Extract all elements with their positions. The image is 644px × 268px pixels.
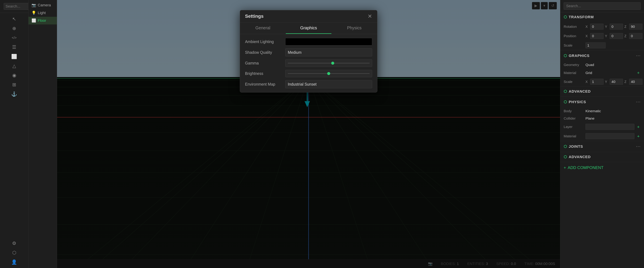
- graphics-icon: ⬡: [564, 54, 567, 58]
- section-graphics-header[interactable]: ⬡ GRAPHICS ⋯: [560, 50, 644, 61]
- section-transform: ⬡ TRANSFORM Rotation X Y Z Position X Y …: [560, 12, 644, 50]
- rotation-label: Rotation: [564, 25, 584, 29]
- section-advanced1-header[interactable]: ⬡ ADVANCED: [560, 87, 644, 96]
- light-tool-btn[interactable]: ◉: [9, 71, 19, 80]
- account-btn[interactable]: 👤: [9, 258, 19, 266]
- joints-more-btn[interactable]: ⋯: [636, 144, 641, 149]
- gamma-fill: [288, 63, 333, 63]
- environment-map-value: None Industrial Sunset Sky Studio: [285, 80, 372, 88]
- material-graphics-row: Material Grid +: [560, 68, 644, 77]
- ambient-lighting-field: Ambient Lighting: [245, 38, 372, 45]
- material-physics-row: Material +: [560, 131, 644, 141]
- gamma-slider-container: [285, 59, 372, 67]
- rotation-y[interactable]: [610, 24, 623, 30]
- position-z[interactable]: [629, 33, 642, 39]
- shadow-quality-label: Shadow Quality: [245, 50, 282, 55]
- add-component-row[interactable]: + ADD COMPONENT: [560, 162, 644, 173]
- section-joints-header[interactable]: ⬡ JOINTS ⋯: [560, 141, 644, 152]
- body-row: Body Kinematic: [560, 107, 644, 115]
- brightness-fill: [288, 73, 329, 74]
- environment-map-select[interactable]: None Industrial Sunset Sky Studio: [285, 80, 372, 88]
- geometry-value: Quad: [586, 63, 641, 67]
- position-x[interactable]: [590, 33, 604, 39]
- terrain-btn[interactable]: △: [9, 61, 19, 70]
- geometry-row: Geometry Quad: [560, 61, 644, 68]
- tab-physics[interactable]: Physics: [332, 22, 377, 34]
- position-y[interactable]: [610, 33, 623, 39]
- scene-panel: 📷 Camera 💡 Light ⬜ Floor: [28, 0, 57, 268]
- section-advanced2-header[interactable]: ⬡ ADVANCED: [560, 152, 644, 162]
- gamma-thumb[interactable]: [331, 62, 334, 65]
- transform-icon: ⬡: [564, 15, 567, 19]
- position-row: Position X Y Z: [560, 31, 644, 41]
- scale-x[interactable]: [590, 79, 604, 85]
- sidebar-icons: ↖ ⊕ </> ☰ ⬜ △ ◉ ⊞ ⚓: [0, 13, 28, 100]
- modal-overlay[interactable]: Settings ✕ General Graphics Physics Ambi…: [57, 0, 560, 268]
- scene-tree: 📷 Camera 💡 Light ⬜ Floor: [28, 0, 57, 26]
- entity-btn[interactable]: ⬜: [9, 52, 19, 61]
- layers-btn[interactable]: ☰: [9, 43, 19, 51]
- tab-general[interactable]: General: [240, 22, 286, 34]
- section-graphics: ⬡ GRAPHICS ⋯ Geometry Quad Material Grid…: [560, 50, 644, 87]
- section-joints-label: JOINTS: [569, 144, 583, 149]
- layer-label: Layer: [564, 125, 584, 129]
- section-transform-label: TRANSFORM: [569, 15, 594, 19]
- section-graphics-label: GRAPHICS: [569, 54, 590, 58]
- layer-add-btn[interactable]: +: [636, 124, 641, 129]
- scale-input[interactable]: [586, 42, 606, 48]
- section-transform-header[interactable]: ⬡ TRANSFORM: [560, 12, 644, 22]
- modal-close-button[interactable]: ✕: [368, 13, 372, 19]
- search-input-right[interactable]: [564, 2, 641, 10]
- material-physics-input[interactable]: [586, 133, 634, 139]
- brightness-thumb[interactable]: [327, 72, 330, 75]
- joints-icon: ⬡: [564, 144, 567, 149]
- brightness-field: Brightness: [245, 70, 372, 77]
- rotation-xyz: X Y Z: [586, 24, 642, 30]
- layer-row: Layer +: [560, 122, 644, 131]
- viewport[interactable]: ▶ ▾ ↺ 📷 BODIES: 1 ENTITIES: 3 SPEED: 0.0…: [57, 0, 560, 268]
- environment-map-field: Environment Map None Industrial Sunset S…: [245, 80, 372, 88]
- section-physics-header[interactable]: ⬡ PHYSICS ⋯: [560, 96, 644, 107]
- layer-input[interactable]: [586, 124, 634, 130]
- sidebar-bottom-icons: ⚙ ⬡ 👤: [0, 237, 28, 268]
- section-advanced1: ⬡ ADVANCED: [560, 87, 644, 96]
- move-tool-btn[interactable]: ⊕: [9, 24, 19, 33]
- section-physics: ⬡ PHYSICS ⋯ Body Kinematic Collider Plan…: [560, 96, 644, 141]
- modal-tabs: General Graphics Physics: [240, 22, 377, 34]
- section-advanced2: ⬡ ADVANCED: [560, 152, 644, 162]
- physics-more-btn[interactable]: ⋯: [636, 99, 641, 105]
- body-value: Kinematic: [586, 109, 641, 113]
- rotation-z[interactable]: [629, 24, 642, 30]
- scene-item-floor[interactable]: ⬜ Floor: [28, 17, 57, 24]
- position-label: Position: [564, 34, 584, 38]
- camera-icon: 📷: [32, 3, 36, 7]
- graphics-more-btn[interactable]: ⋯: [636, 53, 641, 58]
- gamma-slider-track: [285, 59, 372, 67]
- ambient-lighting-color[interactable]: [285, 38, 372, 45]
- shadow-quality-select[interactable]: Low Medium High Ultra: [285, 48, 372, 56]
- plugins-btn[interactable]: ⬡: [9, 248, 19, 257]
- scene-item-light[interactable]: 💡 Light: [28, 9, 57, 17]
- anchor-btn[interactable]: ⚓: [9, 90, 19, 98]
- material-graphics-value: Grid: [586, 71, 634, 75]
- scene-item-camera[interactable]: 📷 Camera: [28, 1, 57, 9]
- brightness-track: [288, 73, 370, 74]
- scale-z[interactable]: [629, 79, 642, 85]
- material-physics-add-btn[interactable]: +: [636, 134, 641, 139]
- tab-graphics[interactable]: Graphics: [286, 22, 332, 34]
- cursor-tool-btn[interactable]: ↖: [9, 14, 19, 23]
- ambient-lighting-value: [285, 38, 372, 45]
- add-component-label: ADD COMPONENT: [568, 165, 604, 170]
- group-btn[interactable]: ⊞: [9, 80, 19, 89]
- section-advanced2-label: ADVANCED: [569, 155, 591, 159]
- settings-btn[interactable]: ⚙: [9, 239, 19, 248]
- rotation-x[interactable]: [590, 24, 604, 30]
- scale-y[interactable]: [610, 79, 623, 85]
- scale-graphics-row: Scale X Y Z: [560, 77, 644, 86]
- code-btn[interactable]: </>: [9, 33, 19, 42]
- material-add-btn[interactable]: +: [636, 70, 641, 75]
- collider-label: Collider: [564, 116, 584, 120]
- advanced2-icon: ⬡: [564, 155, 567, 159]
- section-physics-label: PHYSICS: [569, 100, 586, 104]
- scale-label: Scale: [564, 43, 584, 47]
